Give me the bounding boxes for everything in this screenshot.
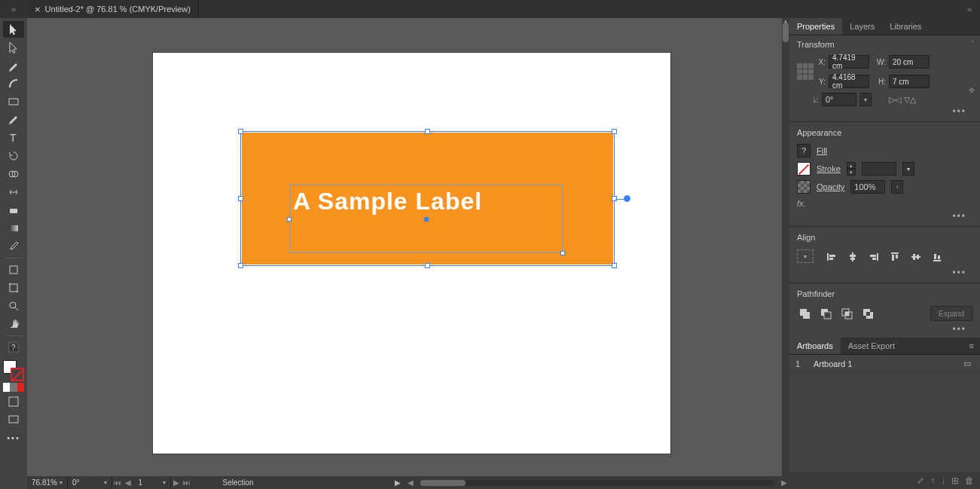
align-to-dropdown[interactable]: ▾ (797, 249, 814, 263)
flip-vertical-icon[interactable]: ▽△ (905, 94, 915, 105)
fill-indicator-unknown[interactable]: ? (3, 339, 24, 356)
tab-layers[interactable]: Layers (842, 18, 882, 35)
flip-horizontal-icon[interactable]: ▷◁ (890, 94, 900, 105)
horizontal-scrollbar[interactable] (420, 480, 774, 486)
hscroll-thumb[interactable] (420, 480, 466, 486)
align-top-icon[interactable] (887, 249, 902, 264)
move-down-icon[interactable]: ↓ (941, 475, 945, 486)
tab-libraries[interactable]: Libraries (882, 18, 929, 35)
artboard-tool[interactable] (3, 261, 24, 278)
resize-handle-bottom-left[interactable] (238, 263, 243, 268)
text-handle-left[interactable] (287, 217, 292, 222)
move-up-icon[interactable]: ↑ (930, 475, 935, 486)
text-frame-object[interactable]: A Sample Label (289, 185, 563, 253)
zoom-field[interactable]: 76.81%▾ (27, 476, 68, 489)
document-tab[interactable]: × Untitled-2* @ 76.81 % (CMYK/Preview) (27, 0, 199, 18)
align-hcenter-icon[interactable] (845, 249, 860, 264)
transform-more-icon[interactable]: ••• (797, 106, 972, 117)
pen-tool[interactable] (3, 57, 24, 74)
fill-stroke-swatch[interactable] (3, 360, 24, 381)
hscroll-left-icon[interactable]: ◀ (405, 478, 416, 487)
reference-point-grid[interactable] (797, 63, 814, 80)
hscroll-right-icon[interactable]: ▶ (779, 478, 789, 487)
color-mode-row[interactable] (3, 383, 24, 392)
direct-selection-tool[interactable] (3, 39, 24, 56)
stroke-swatch-none[interactable] (797, 162, 811, 176)
tab-asset-export[interactable]: Asset Export (841, 338, 902, 354)
pathfinder-unite-icon[interactable] (797, 306, 812, 321)
artboard-orientation-icon[interactable]: ▭ (960, 359, 974, 368)
close-tab-icon[interactable]: × (35, 5, 41, 14)
next-artboard-icon[interactable]: ▶ (171, 478, 182, 487)
pathfinder-exclude-icon[interactable] (860, 306, 875, 321)
opacity-label[interactable]: Opacity (817, 182, 844, 191)
rearrange-artboards-icon[interactable]: ⤢ (917, 475, 924, 486)
vertical-scrollbar[interactable]: ▲ (782, 18, 789, 476)
eyedropper-tool[interactable] (3, 238, 24, 255)
fill-swatch-unknown[interactable]: ? (797, 144, 811, 157)
paintbrush-tool[interactable] (3, 112, 24, 128)
shape-builder-tool[interactable] (3, 166, 24, 182)
prev-artboard-icon[interactable]: ◀ (123, 478, 133, 487)
pathfinder-intersect-icon[interactable] (839, 306, 854, 321)
gradient-tool[interactable] (3, 220, 24, 237)
resize-handle-mid-left[interactable] (238, 196, 243, 201)
rotate-angle-field[interactable]: 0° (822, 93, 856, 106)
eraser-tool[interactable] (3, 202, 24, 219)
stroke-weight-field[interactable] (862, 162, 896, 176)
fx-button[interactable]: fx. (797, 196, 972, 211)
stroke-label[interactable]: Stroke (817, 164, 841, 173)
x-field[interactable]: 4.7419 cm (829, 55, 869, 69)
collapse-transform-icon[interactable]: ⌃ (970, 40, 975, 47)
rectangle-tool[interactable] (3, 93, 24, 110)
y-field[interactable]: 4.4168 cm (829, 75, 869, 88)
screen-mode[interactable] (3, 411, 24, 428)
artboard-row[interactable]: 1 Artboard 1 ▭ (789, 355, 980, 373)
h-field[interactable]: 7 cm (889, 75, 930, 88)
type-tool[interactable]: T (3, 130, 24, 146)
new-artboard-icon[interactable]: ⊞ (951, 475, 959, 486)
tab-properties[interactable]: Properties (789, 18, 842, 35)
tab-artboards[interactable]: Artboards (789, 338, 841, 354)
text-center-point[interactable] (424, 217, 429, 222)
hand-tool[interactable] (3, 316, 24, 332)
edit-toolbar[interactable]: ••• (3, 429, 24, 446)
text-handle-bottom-right[interactable] (560, 251, 565, 255)
delete-artboard-icon[interactable]: 🗑 (965, 475, 974, 486)
zoom-tool[interactable] (3, 298, 24, 314)
w-field[interactable]: 20 cm (889, 55, 930, 69)
rotate-tool[interactable] (3, 148, 24, 164)
align-more-icon[interactable]: ••• (797, 267, 972, 278)
opacity-popup-icon[interactable]: › (891, 180, 903, 194)
stroke-swatch-none[interactable] (11, 368, 24, 381)
stroke-profile-dropdown[interactable]: ▾ (902, 162, 914, 176)
rotate-angle-dropdown[interactable]: ▾ (859, 93, 872, 106)
resize-handle-top-right[interactable] (612, 129, 617, 134)
last-artboard-icon[interactable]: ⏭ (182, 478, 192, 487)
status-play-icon[interactable]: ▶ (395, 478, 401, 487)
align-bottom-icon[interactable] (930, 249, 945, 264)
first-artboard-icon[interactable]: ⏮ (112, 478, 123, 487)
appearance-more-icon[interactable]: ••• (797, 211, 972, 222)
align-left-icon[interactable] (824, 249, 839, 264)
expand-panels-left-icon[interactable]: » (0, 0, 27, 18)
draw-mode[interactable] (3, 393, 24, 410)
artboard-name[interactable]: Artboard 1 (814, 359, 960, 368)
opacity-field[interactable]: 100% (850, 180, 885, 194)
resize-handle-top-mid[interactable] (425, 129, 430, 134)
free-transform-tool[interactable] (3, 280, 24, 296)
pathfinder-more-icon[interactable]: ••• (797, 324, 972, 335)
rotate-view-field[interactable]: 0°▾ (68, 476, 113, 489)
curvature-tool[interactable] (3, 75, 24, 92)
selection-tool[interactable] (3, 21, 24, 38)
fill-label[interactable]: Fill (817, 146, 827, 155)
resize-handle-top-left[interactable] (238, 129, 243, 134)
align-right-icon[interactable] (866, 249, 881, 264)
expand-panels-right-icon[interactable]: » (959, 0, 980, 18)
resize-handle-bottom-mid[interactable] (425, 263, 430, 268)
opacity-swatch-icon[interactable] (797, 180, 811, 194)
canvas-viewport[interactable]: A Sample Label (27, 18, 782, 476)
artboards-panel-menu-icon[interactable]: ≡ (963, 338, 980, 354)
stroke-weight-stepper[interactable]: ▲▼ (847, 162, 856, 176)
resize-handle-bottom-right[interactable] (612, 263, 617, 268)
